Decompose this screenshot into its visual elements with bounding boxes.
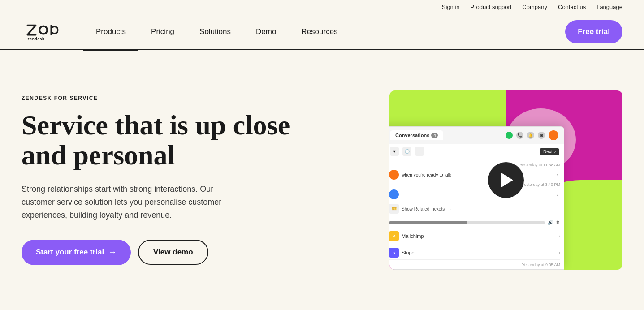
nav-pricing[interactable]: Pricing bbox=[138, 14, 187, 50]
company-link[interactable]: Company bbox=[522, 4, 547, 10]
related-tickets-row: 🎫 Show Related Tickets › bbox=[389, 202, 560, 215]
user-avatar bbox=[549, 130, 558, 140]
tab-count-badge: 4 bbox=[431, 133, 438, 138]
hero-text-area: ZENDESK FOR SERVICE Service that is up c… bbox=[22, 95, 290, 265]
next-chevron: › bbox=[554, 149, 556, 154]
top-bar: Sign in Product support Company Contact … bbox=[0, 0, 644, 14]
audio-bar: 🔊 🗑 bbox=[389, 218, 560, 227]
trash-icon: 🗑 bbox=[556, 220, 560, 225]
more-icon: ⋯ bbox=[415, 147, 424, 156]
msg-content-1: when you're ready to talk bbox=[402, 172, 552, 177]
language-link[interactable]: Language bbox=[596, 4, 622, 10]
timestamp-2: Yesterday at 3:40 PM bbox=[389, 182, 560, 187]
mailchimp-row: M Mailchimp › bbox=[389, 229, 560, 243]
sign-in-link[interactable]: Sign in bbox=[442, 4, 460, 10]
grid-icon: ⊞ bbox=[538, 132, 545, 139]
hero-visual: 🔍 Conversations 4 📞 🔔 ⊞ bbox=[308, 90, 622, 270]
speaker-icon: 🔊 bbox=[548, 220, 553, 225]
hero-buttons: Start your free trial → View demo bbox=[22, 240, 290, 265]
stripe-row: S Stripe › bbox=[389, 246, 560, 260]
start-trial-label: Start your free trial bbox=[36, 248, 104, 257]
nav-links: Products Pricing Solutions Demo Resource… bbox=[83, 14, 565, 50]
filter-icon: ▼ bbox=[390, 147, 399, 156]
main-nav: zendesk Products Pricing Solutions Demo … bbox=[0, 14, 644, 50]
message-row-1: when you're ready to talk › bbox=[389, 170, 560, 180]
nav-products[interactable]: Products bbox=[83, 14, 138, 50]
hero-section: ZENDESK FOR SERVICE Service that is up c… bbox=[0, 50, 644, 301]
hero-title: Service that is up close and personal bbox=[22, 110, 290, 170]
related-tickets-icon: 🎫 bbox=[389, 204, 399, 214]
header-icons: 📞 🔔 ⊞ bbox=[506, 130, 558, 140]
nav-demo[interactable]: Demo bbox=[243, 14, 289, 50]
ui-main-content: ▼ 🕐 ⋯ Next › Yesterday at 11:38 AM bbox=[389, 144, 564, 270]
nav-solutions[interactable]: Solutions bbox=[187, 14, 243, 50]
stripe-label: Stripe bbox=[402, 250, 556, 255]
ui-body: ▼ 🕐 ⋯ Next › Yesterday at 11:38 AM bbox=[389, 144, 564, 270]
nav-resources[interactable]: Resources bbox=[289, 14, 350, 50]
next-label: Next bbox=[543, 149, 553, 154]
related-expand: › bbox=[447, 206, 453, 211]
timestamp-1: Yesterday at 11:38 AM bbox=[389, 163, 560, 167]
start-free-trial-button[interactable]: Start your free trial → bbox=[22, 240, 131, 265]
free-trial-button[interactable]: Free trial bbox=[565, 20, 622, 43]
mailchimp-expand: › bbox=[559, 234, 560, 239]
expand-icon-1: › bbox=[555, 172, 560, 177]
message-row-2: › bbox=[389, 189, 560, 199]
svg-point-1 bbox=[40, 27, 47, 33]
contact-us-link[interactable]: Contact us bbox=[558, 4, 586, 10]
view-demo-button[interactable]: View demo bbox=[138, 240, 208, 265]
phone-icon: 📞 bbox=[516, 132, 523, 139]
ui-screenshot: 🔍 Conversations 4 📞 🔔 ⊞ bbox=[389, 126, 564, 270]
bell-icon: 🔔 bbox=[527, 132, 534, 139]
timestamp-3: Yesterday at 9:05 AM bbox=[389, 263, 560, 267]
play-button[interactable] bbox=[488, 162, 524, 198]
next-button: Next › bbox=[540, 148, 559, 155]
avatar-2 bbox=[389, 189, 399, 199]
clock-icon: 🕐 bbox=[402, 147, 411, 156]
stripe-logo: S bbox=[389, 248, 399, 258]
stripe-expand: › bbox=[559, 250, 560, 255]
ui-messages: Yesterday at 11:38 AM when you're ready … bbox=[389, 159, 564, 270]
conversations-tab: Conversations 4 bbox=[390, 130, 443, 140]
arrow-icon: → bbox=[108, 248, 117, 257]
product-support-link[interactable]: Product support bbox=[471, 4, 512, 10]
ui-screenshot-header: 🔍 Conversations 4 📞 🔔 ⊞ bbox=[389, 127, 564, 144]
expand-icon-2: › bbox=[555, 192, 560, 197]
svg-text:zendesk: zendesk bbox=[28, 37, 45, 41]
avatar-1 bbox=[389, 170, 399, 180]
mailchimp-label: Mailchimp bbox=[402, 233, 556, 239]
hero-label: ZENDESK FOR SERVICE bbox=[22, 95, 290, 101]
logo[interactable]: zendesk bbox=[22, 20, 62, 44]
tab-label: Conversations bbox=[395, 133, 429, 138]
audio-waveform bbox=[389, 221, 545, 224]
mailchimp-logo: M bbox=[389, 231, 399, 241]
visual-container: 🔍 Conversations 4 📞 🔔 ⊞ bbox=[389, 90, 622, 270]
hero-description: Strong relationships start with strong i… bbox=[22, 183, 246, 221]
related-tickets-label: Show Related Tickets bbox=[402, 207, 445, 211]
status-indicator bbox=[506, 132, 513, 139]
ui-toolbar: ▼ 🕐 ⋯ Next › bbox=[389, 144, 564, 159]
play-icon bbox=[501, 173, 513, 187]
